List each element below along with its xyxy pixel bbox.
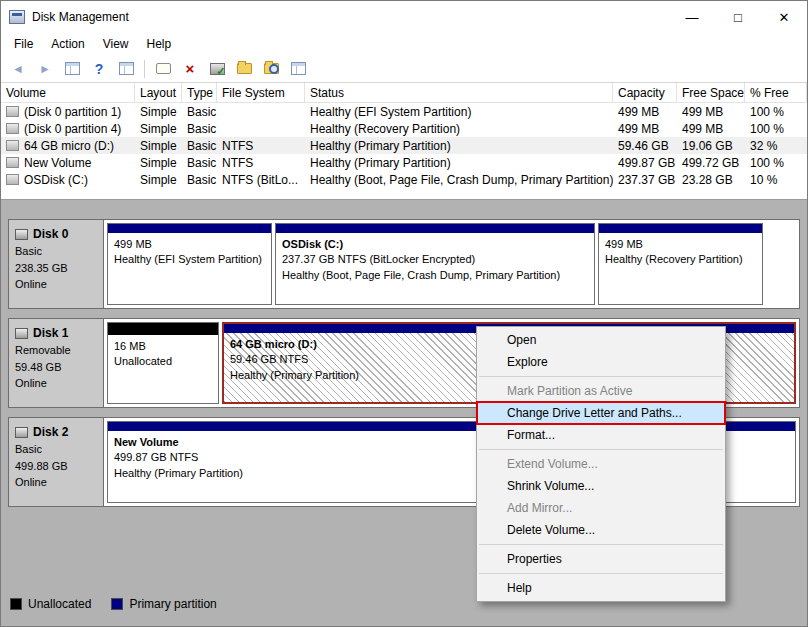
cell-capacity: 237.37 GB (613, 171, 677, 188)
cell-file-system: NTFS (217, 137, 305, 154)
table-row[interactable]: (Disk 0 partition 1) Simple Basic Health… (1, 103, 807, 120)
forward-icon[interactable]: ► (36, 60, 54, 78)
column-header-volume[interactable]: Volume (1, 83, 135, 102)
partition-efi-system[interactable]: 499 MB Healthy (EFI System Partition) (107, 223, 272, 305)
partition-size: 499 MB (605, 237, 756, 252)
cell-type: Basic (182, 154, 217, 171)
column-header-layout[interactable]: Layout (135, 83, 182, 102)
partition-recovery[interactable]: 499 MB Healthy (Recovery Partition) (598, 223, 763, 305)
menu-item-delete-volume[interactable]: Delete Volume... (477, 519, 725, 541)
properties-dialog-icon[interactable] (154, 60, 172, 78)
list-view-icon[interactable] (289, 60, 307, 78)
cell-capacity: 59.46 GB (613, 137, 677, 154)
column-header-capacity[interactable]: Capacity (613, 83, 677, 102)
menu-separator (479, 573, 723, 574)
cell-status: Healthy (Boot, Page File, Crash Dump, Pr… (305, 171, 613, 188)
disk-status: Online (15, 474, 97, 491)
partition-osdisk-c[interactable]: OSDisk (C:) 237.37 GB NTFS (BitLocker En… (275, 223, 595, 305)
menu-item-open[interactable]: Open (477, 329, 725, 351)
table-row[interactable]: (Disk 0 partition 4) Simple Basic Health… (1, 120, 807, 137)
cell-status: Healthy (Primary Partition) (305, 154, 613, 171)
column-header-status[interactable]: Status (305, 83, 613, 102)
column-header-free-space[interactable]: Free Space (677, 83, 745, 102)
folder-search-icon[interactable] (262, 60, 280, 78)
legend-primary-partition: Primary partition (111, 597, 216, 611)
cell-layout: Simple (135, 120, 182, 137)
console-tree-icon[interactable] (63, 60, 81, 78)
column-header-type[interactable]: Type (182, 83, 217, 102)
partition-name: OSDisk (C:) (282, 237, 588, 252)
volume-icon (6, 157, 19, 168)
cell-type: Basic (182, 120, 217, 137)
menu-item-change-drive-letter[interactable]: Change Drive Letter and Paths... (477, 402, 725, 424)
cell-file-system: NTFS (217, 154, 305, 171)
folder-icon[interactable] (235, 60, 253, 78)
cell-free-space: 499 MB (677, 120, 745, 137)
maximize-button[interactable]: □ (715, 1, 761, 33)
menu-file[interactable]: File (5, 34, 42, 54)
partition-status: Healthy (Recovery Partition) (605, 252, 756, 267)
disk-size: 59.48 GB (15, 359, 97, 376)
disk-icon (15, 427, 28, 438)
pane-splitter[interactable] (1, 199, 807, 211)
primary-partition-swatch (111, 598, 123, 610)
menu-bar: File Action View Help (1, 33, 807, 55)
cell-pct-free: 100 % (745, 120, 807, 137)
disk-size: 499.88 GB (15, 458, 97, 475)
volume-icon (6, 140, 19, 151)
cell-pct-free: 32 % (745, 137, 807, 154)
menu-action[interactable]: Action (42, 34, 93, 54)
table-row[interactable]: OSDisk (C:) Simple Basic NTFS (BitLo... … (1, 171, 807, 188)
menu-separator (479, 376, 723, 377)
menu-item-mark-partition-active: Mark Partition as Active (477, 380, 725, 402)
menu-item-explore[interactable]: Explore (477, 351, 725, 373)
column-header-file-system[interactable]: File System (217, 83, 305, 102)
menu-item-format[interactable]: Format... (477, 424, 725, 446)
cell-type: Basic (182, 103, 217, 120)
menu-help[interactable]: Help (138, 34, 181, 54)
menu-view[interactable]: View (94, 34, 138, 54)
disk-0-header[interactable]: Disk 0 Basic 238.35 GB Online (9, 220, 104, 308)
partition-color-bar (599, 224, 762, 233)
title-bar[interactable]: Disk Management — □ ✕ (1, 1, 807, 33)
disk-name: Disk 0 (33, 225, 68, 243)
menu-item-help[interactable]: Help (477, 577, 725, 599)
disk-management-app-icon (9, 10, 25, 24)
cell-free-space: 23.28 GB (677, 171, 745, 188)
disk-status: Online (15, 375, 97, 392)
column-header-pct-free[interactable]: % Free (745, 83, 807, 102)
delete-icon[interactable]: × (181, 60, 199, 78)
cell-free-space: 499.72 GB (677, 154, 745, 171)
toolbar-separator (144, 60, 145, 78)
help-icon[interactable]: ? (90, 60, 108, 78)
cell-status: Healthy (Recovery Partition) (305, 120, 613, 137)
disk-check-icon[interactable] (208, 60, 226, 78)
partition-unallocated[interactable]: 16 MB Unallocated (107, 322, 219, 404)
disk-icon (15, 328, 28, 339)
cell-type: Basic (182, 171, 217, 188)
disk-2-header[interactable]: Disk 2 Basic 499.88 GB Online (9, 418, 104, 506)
partition-color-bar (108, 224, 271, 233)
legend-label: Primary partition (129, 597, 216, 611)
menu-item-shrink-volume[interactable]: Shrink Volume... (477, 475, 725, 497)
disk-type: Removable (15, 342, 97, 359)
cell-layout: Simple (135, 103, 182, 120)
volume-name: (Disk 0 partition 4) (24, 122, 121, 136)
volume-list: Volume Layout Type File System Status Ca… (1, 83, 807, 199)
close-button[interactable]: ✕ (761, 1, 807, 33)
partition-size: 16 MB (114, 339, 212, 354)
cell-type: Basic (182, 137, 217, 154)
minimize-button[interactable]: — (669, 1, 715, 33)
table-row[interactable]: New Volume Simple Basic NTFS Healthy (Pr… (1, 154, 807, 171)
cell-file-system (217, 103, 305, 120)
cell-pct-free: 100 % (745, 154, 807, 171)
cell-layout: Simple (135, 137, 182, 154)
back-icon[interactable]: ◄ (9, 60, 27, 78)
disk-management-window: Disk Management — □ ✕ File Action View H… (0, 0, 808, 627)
action-pane-icon[interactable] (117, 60, 135, 78)
disk-1-header[interactable]: Disk 1 Removable 59.48 GB Online (9, 319, 104, 407)
disk-status: Online (15, 276, 97, 293)
cell-status: Healthy (Primary Partition) (305, 137, 613, 154)
table-row-selected[interactable]: 64 GB micro (D:) Simple Basic NTFS Healt… (1, 137, 807, 154)
menu-item-properties[interactable]: Properties (477, 548, 725, 570)
